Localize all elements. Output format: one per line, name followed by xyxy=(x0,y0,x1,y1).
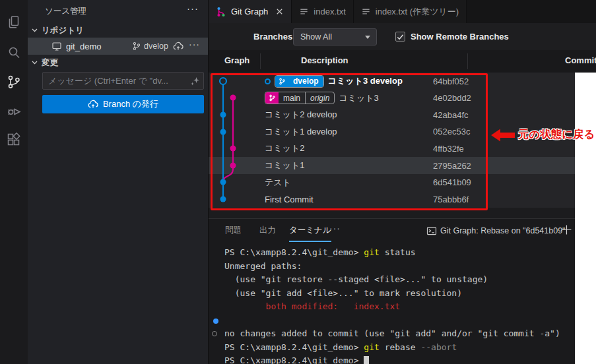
branch-ref-badge[interactable]: mainorigin xyxy=(265,92,335,104)
commit-description: dvelopコミット3 develop xyxy=(265,73,403,90)
branch-name-label: main xyxy=(279,92,305,104)
commit-description: コミット2 develop xyxy=(265,106,337,123)
commit-message: コミット3 develop xyxy=(328,75,403,87)
column-divider xyxy=(260,53,261,69)
commit-row[interactable]: コミット1 develop052ec53c xyxy=(209,123,575,140)
chevron-down-icon xyxy=(32,28,38,32)
column-graph: Graph xyxy=(224,55,249,65)
column-description: Description xyxy=(301,55,348,65)
commit-row[interactable]: First Commit75abbb6f xyxy=(209,191,575,208)
repo-branch-name: dvelop xyxy=(144,42,168,51)
publish-branch-label: Branch の発行 xyxy=(103,98,158,110)
commit-message: コミット1 xyxy=(265,160,304,171)
search-icon[interactable] xyxy=(0,40,28,66)
section-changes[interactable]: 変更 xyxy=(32,55,58,70)
terminal-line: PS C:\xampp8.2.4\git_demo> git status xyxy=(209,246,575,260)
terminal-line: PS C:\xampp8.2.4\git_demo> git rebase --… xyxy=(209,341,575,355)
bottom-panel: 問題 出力 ターミナル ··· Git Graph: Rebase on "6d… xyxy=(209,218,575,364)
commit-description: テスト xyxy=(265,174,291,191)
commit-row[interactable]: コミット12795a262 xyxy=(209,157,575,174)
dropdown-caret-icon xyxy=(365,36,370,39)
commit-hash: 4e02bdd2 xyxy=(433,90,471,107)
terminal-line: (use "git restore --staged <file>..." to… xyxy=(209,273,575,287)
source-control-icon[interactable] xyxy=(0,69,28,95)
commit-hash: 4ffb32fe xyxy=(433,140,464,157)
repo-icon xyxy=(51,41,62,51)
command-decoration-dot-icon[interactable] xyxy=(213,318,218,324)
panel-tab-output[interactable]: 出力 xyxy=(259,225,276,241)
explorer-icon[interactable] xyxy=(0,9,28,36)
chevron-down-icon xyxy=(32,61,38,65)
copilot-sparkle-icon[interactable] xyxy=(190,76,200,88)
tab-index-txt[interactable]: index.txt xyxy=(292,0,353,23)
vscode-window: ソース管理 ··· リポジトリ git_demo dvelop ··· 変更 xyxy=(0,0,596,364)
publish-cloud-icon[interactable] xyxy=(173,41,183,51)
column-commit: Commit xyxy=(565,55,596,65)
terminal-line: no changes added to commit (use "git add… xyxy=(209,327,575,341)
terminal-line: Unmerged paths: xyxy=(209,260,575,274)
close-icon[interactable] xyxy=(275,7,284,16)
commit-row[interactable]: コミット2 develop42aba4fc xyxy=(209,106,575,123)
cloud-upload-icon xyxy=(88,99,98,109)
tab-label: Git Graph xyxy=(231,7,268,16)
commit-row[interactable]: dvelopコミット3 develop64bbf052 xyxy=(209,73,575,90)
branch-icon xyxy=(132,42,141,51)
branch-icon xyxy=(275,76,288,87)
commit-row[interactable]: テスト6d541b09 xyxy=(209,174,575,191)
terminal-session-title[interactable]: Git Graph: Rebase on "6d541b09" xyxy=(440,226,566,235)
source-control-sidebar: ソース管理 ··· リポジトリ git_demo dvelop ··· 変更 xyxy=(28,0,208,364)
commit-hash: 6d541b09 xyxy=(433,174,471,191)
commit-message: テスト xyxy=(265,177,291,189)
commit-message-input[interactable] xyxy=(42,72,204,90)
changes-section-label: 変更 xyxy=(42,57,58,69)
commit-hash: 75abbb6f xyxy=(433,191,469,208)
terminal-line: (use "git add <file>..." to mark resolut… xyxy=(209,287,575,301)
branches-dropdown[interactable]: Show All xyxy=(293,28,377,46)
panel-tab-terminal[interactable]: ターミナル xyxy=(289,225,331,242)
branch-name-label: dvelop xyxy=(288,76,323,87)
branch-icon xyxy=(269,94,276,102)
repo-name: git_demo xyxy=(66,42,101,51)
command-decoration-circle-icon[interactable] xyxy=(212,331,217,336)
branch-icon xyxy=(279,78,286,85)
repo-branch-indicator[interactable]: dvelop xyxy=(132,42,168,51)
commit-row[interactable]: コミット24ffb32fe xyxy=(209,140,575,157)
terminal-line: PS C:\xampp8.2.4\git_demo> xyxy=(209,354,575,364)
git-graph-table-header: Graph Description Commit xyxy=(209,50,596,73)
branch-ref-badge[interactable]: dvelop xyxy=(275,75,324,88)
run-debug-icon[interactable] xyxy=(0,98,28,125)
activity-bar xyxy=(0,0,28,364)
editor-tab-bar: Git Graph index.txt index.txt (作業ツリー) xyxy=(209,0,596,23)
sidebar-more-actions-icon[interactable]: ··· xyxy=(187,3,199,14)
terminal-content[interactable]: PS C:\xampp8.2.4\git_demo> git statusUnm… xyxy=(209,246,575,364)
show-remote-branches-label: Show Remote Branches xyxy=(411,32,509,42)
terminal-line: both modified: index.txt xyxy=(209,300,575,314)
commit-message: コミット3 xyxy=(339,92,378,104)
commit-hash: 052ec53c xyxy=(433,123,470,140)
file-list-icon xyxy=(299,7,309,16)
commit-list: dvelopコミット3 develop64bbf052mainoriginコミッ… xyxy=(209,73,575,208)
show-remote-branches-checkbox[interactable] xyxy=(395,32,405,42)
tab-label: index.txt (作業ツリー) xyxy=(376,6,459,18)
commit-message: コミット2 develop xyxy=(265,109,337,121)
graph-footer-strip xyxy=(209,208,575,218)
panel-more-actions-icon[interactable]: ··· xyxy=(329,223,341,233)
repository-row[interactable]: git_demo dvelop ··· xyxy=(28,38,208,55)
commit-description: コミット1 xyxy=(265,157,304,174)
terminal-icon xyxy=(426,226,437,236)
panel-tab-problems[interactable]: 問題 xyxy=(225,225,242,241)
git-graph-icon xyxy=(216,7,226,17)
tab-index-txt-worktree[interactable]: index.txt (作業ツリー) xyxy=(354,0,467,23)
terminal-cursor xyxy=(364,356,369,364)
section-repositories[interactable]: リポジトリ xyxy=(32,23,84,38)
publish-branch-button[interactable]: Branch の発行 xyxy=(42,95,204,113)
commit-row[interactable]: mainoriginコミット34e02bdd2 xyxy=(209,90,575,107)
repo-more-actions-icon[interactable]: ··· xyxy=(189,39,200,49)
tab-label: index.txt xyxy=(314,7,345,16)
commit-hash: 42aba4fc xyxy=(433,106,469,123)
commit-hash: 2795a262 xyxy=(433,157,471,174)
new-terminal-plus-icon[interactable] xyxy=(561,224,572,235)
extensions-icon[interactable] xyxy=(0,127,28,153)
tab-git-graph[interactable]: Git Graph xyxy=(209,0,292,23)
repositories-section-label: リポジトリ xyxy=(42,25,84,36)
